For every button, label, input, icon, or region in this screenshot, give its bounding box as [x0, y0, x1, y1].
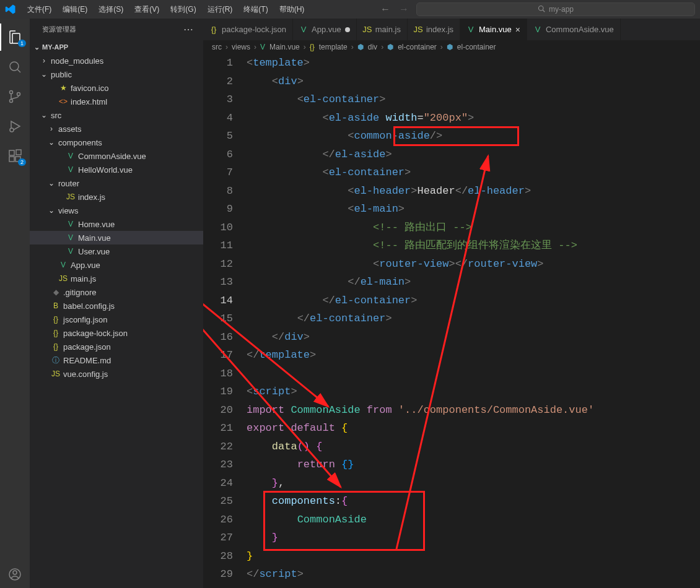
- activity-extensions[interactable]: 2: [0, 142, 30, 170]
- folder-components[interactable]: ⌄components: [30, 136, 203, 149]
- activity-source-control[interactable]: [0, 83, 30, 110]
- file-home[interactable]: VHome.vue: [30, 217, 203, 231]
- file-favicon[interactable]: ★favicon.ico: [30, 81, 203, 95]
- file-user[interactable]: VUser.vue: [30, 244, 203, 258]
- svg-rect-7: [9, 157, 14, 162]
- menu-file[interactable]: 文件(F): [22, 2, 56, 17]
- folder-assets[interactable]: ›assets: [30, 122, 203, 136]
- folder-node-modules[interactable]: ›node_modules: [30, 54, 203, 67]
- tab-package-lock[interactable]: {}package-lock.json: [203, 19, 293, 40]
- code-editor[interactable]: 1 2 3 4 5 6 7 8 9 10 11 12 13 14 15 16 1…: [203, 54, 700, 588]
- tab-appvue[interactable]: VApp.vue: [293, 19, 357, 40]
- dirty-indicator-icon: [345, 27, 350, 32]
- chevron-right-icon: ›: [47, 124, 56, 133]
- command-center[interactable]: my-app: [416, 2, 695, 16]
- folder-router[interactable]: ⌄router: [30, 176, 203, 190]
- code-content[interactable]: <template> <div> <el-container> <el-asid…: [247, 54, 700, 588]
- search-text: my-app: [549, 5, 574, 14]
- bc-mainvue[interactable]: Main.vue: [269, 43, 300, 51]
- vue-icon: V: [299, 25, 308, 34]
- line-gutter: 1 2 3 4 5 6 7 8 9 10 11 12 13 14 15 16 1…: [203, 54, 247, 588]
- project-root[interactable]: ⌄ MY-APP: [30, 40, 203, 54]
- bc-src[interactable]: src: [212, 43, 222, 51]
- svg-point-5: [10, 128, 14, 132]
- activity-run-debug[interactable]: [0, 113, 30, 140]
- svg-rect-9: [16, 150, 21, 155]
- vue-icon: V: [466, 25, 475, 34]
- chevron-down-icon: ⌄: [47, 206, 56, 215]
- tab-mainvue[interactable]: VMain.vue×: [460, 19, 527, 40]
- file-jsconfig[interactable]: {}jsconfig.json: [30, 313, 203, 326]
- vue-icon: V: [66, 233, 76, 243]
- sidebar-more-icon[interactable]: ⋯: [183, 24, 193, 35]
- json-icon: {}: [51, 342, 61, 352]
- menu-select[interactable]: 选择(S): [94, 2, 128, 17]
- search-icon: [538, 5, 545, 14]
- bc-elc1[interactable]: el-container: [398, 43, 437, 51]
- tab-commonaside[interactable]: VCommonAside.vue: [527, 19, 621, 40]
- js-icon: JS: [66, 192, 76, 202]
- file-indexhtml[interactable]: <>index.html: [30, 95, 203, 108]
- js-icon: JS: [363, 25, 372, 34]
- svg-point-1: [10, 62, 19, 71]
- svg-rect-6: [9, 150, 14, 155]
- nav-back-icon[interactable]: ←: [380, 4, 390, 15]
- extensions-badge: 2: [18, 158, 26, 166]
- folder-public[interactable]: ⌄public: [30, 67, 203, 81]
- vscode-logo-icon: [5, 4, 16, 15]
- chevron-down-icon: ⌄: [47, 138, 56, 147]
- braces-icon: {}: [310, 43, 315, 51]
- file-router-index[interactable]: JSindex.js: [30, 190, 203, 204]
- tab-mainjs[interactable]: JSmain.js: [357, 19, 408, 40]
- file-mainjs[interactable]: JSmain.js: [30, 272, 203, 285]
- bc-div[interactable]: div: [368, 43, 377, 51]
- bc-elc2[interactable]: el-container: [457, 43, 496, 51]
- git-icon: ◆: [51, 287, 61, 297]
- json-icon: {}: [51, 314, 61, 324]
- menu-terminal[interactable]: 终端(T): [238, 2, 273, 17]
- explorer-badge: 1: [18, 40, 26, 47]
- menu-edit[interactable]: 编辑(E): [58, 2, 92, 17]
- menu-run[interactable]: 运行(R): [203, 2, 238, 17]
- breadcrumb[interactable]: src› views› VMain.vue› {}template› ⬢div›…: [203, 40, 700, 54]
- sidebar-title: 资源管理器: [42, 25, 76, 34]
- tab-indexjs[interactable]: JSindex.js: [408, 19, 460, 40]
- vue-icon: V: [66, 219, 76, 229]
- chevron-down-icon: ⌄: [47, 179, 56, 188]
- activity-search[interactable]: [0, 53, 30, 80]
- close-icon[interactable]: ×: [515, 25, 520, 35]
- menu-help[interactable]: 帮助(H): [274, 2, 310, 17]
- nav-forward-icon[interactable]: →: [399, 4, 409, 15]
- chevron-down-icon: ⌄: [40, 111, 48, 119]
- file-vueconfig[interactable]: JSvue.config.js: [30, 367, 203, 381]
- bc-views[interactable]: views: [232, 43, 250, 51]
- file-pkglock[interactable]: {}package-lock.json: [30, 326, 203, 340]
- file-readme[interactable]: ⓘREADME.md: [30, 353, 203, 367]
- folder-views[interactable]: ⌄views: [30, 204, 203, 217]
- file-appvue[interactable]: VApp.vue: [30, 258, 203, 272]
- svg-point-4: [17, 93, 20, 96]
- vue-icon: V: [58, 260, 68, 270]
- file-commonaside[interactable]: VCommonAside.vue: [30, 149, 203, 163]
- json-icon: {}: [209, 25, 218, 34]
- chevron-right-icon: ›: [40, 56, 48, 65]
- chevron-down-icon: ⌄: [32, 43, 41, 51]
- file-gitignore[interactable]: ◆.gitignore: [30, 285, 203, 299]
- activity-explorer[interactable]: 1: [0, 24, 30, 51]
- file-babel[interactable]: Bbabel.config.js: [30, 299, 203, 313]
- menu-view[interactable]: 查看(V): [129, 2, 164, 17]
- file-pkg[interactable]: {}package.json: [30, 340, 203, 353]
- file-helloworld[interactable]: VHelloWorld.vue: [30, 163, 203, 176]
- html-icon: <>: [58, 97, 68, 106]
- babel-icon: B: [51, 301, 61, 311]
- tag-icon: ⬢: [357, 43, 364, 51]
- svg-point-3: [10, 100, 13, 103]
- vue-icon: V: [533, 25, 542, 34]
- vue-icon: V: [66, 151, 76, 161]
- bc-template[interactable]: template: [319, 43, 348, 51]
- folder-src[interactable]: ⌄src: [30, 108, 203, 122]
- menu-goto[interactable]: 转到(G): [165, 2, 201, 17]
- activity-account[interactable]: [0, 561, 30, 588]
- tag-icon: ⬢: [447, 43, 453, 51]
- file-main[interactable]: VMain.vue: [30, 231, 203, 244]
